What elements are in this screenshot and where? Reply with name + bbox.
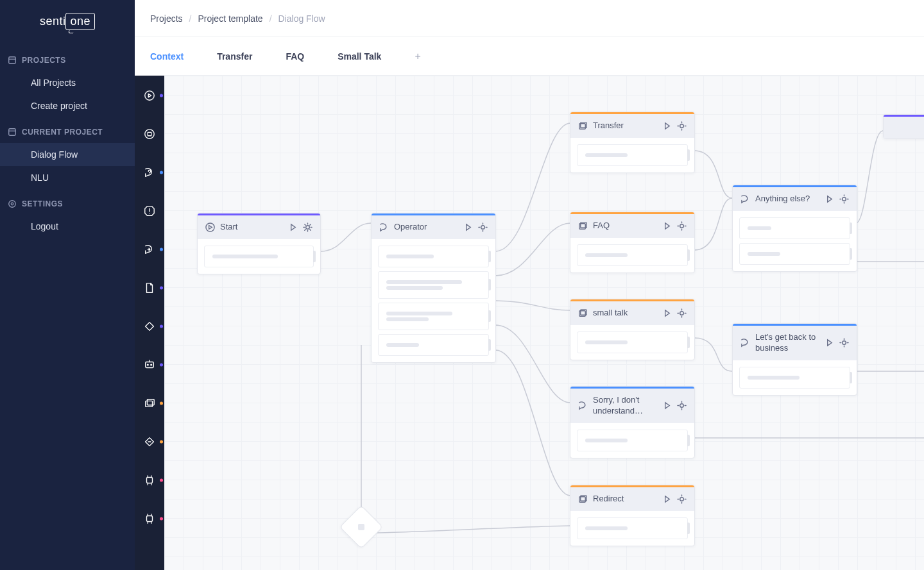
rail-tool-diamond-arrow[interactable] bbox=[142, 435, 157, 449]
node-title: Transfer bbox=[593, 121, 657, 131]
gear-icon[interactable] bbox=[839, 194, 849, 204]
svg-rect-26 bbox=[147, 516, 153, 522]
logo-prefix: senti bbox=[40, 15, 66, 28]
rail-tool-document[interactable] bbox=[142, 281, 157, 295]
logo: sentione bbox=[0, 0, 135, 46]
nav-section-header-current: CURRENT PROJECT bbox=[0, 121, 135, 143]
svg-marker-7 bbox=[148, 94, 151, 97]
svg-marker-39 bbox=[665, 123, 670, 129]
svg-point-34 bbox=[306, 226, 310, 230]
node-redirect[interactable]: Redirect bbox=[570, 485, 695, 546]
tabs-bar: Context Transfer FAQ Small Talk + bbox=[135, 37, 924, 76]
multi-icon bbox=[578, 494, 588, 504]
nav-section-header-settings: SETTINGS bbox=[0, 193, 135, 215]
svg-point-50 bbox=[680, 404, 684, 408]
node-operator[interactable]: Operator bbox=[371, 213, 496, 363]
rail-tool-redirect[interactable] bbox=[142, 242, 157, 256]
svg-marker-35 bbox=[466, 224, 471, 230]
rail-tool-question[interactable] bbox=[142, 165, 157, 180]
node-small-talk[interactable]: small talk bbox=[570, 299, 695, 360]
svg-point-6 bbox=[145, 91, 154, 100]
svg-point-58 bbox=[843, 341, 846, 345]
multi-icon bbox=[578, 121, 588, 131]
nav-section-header-projects: PROJECTS bbox=[0, 49, 135, 71]
svg-marker-55 bbox=[828, 196, 832, 202]
chat-icon bbox=[578, 401, 588, 410]
node-faq[interactable]: FAQ bbox=[570, 212, 695, 273]
sidebar-item-logout[interactable]: Logout bbox=[0, 215, 135, 238]
tab-context[interactable]: Context bbox=[150, 51, 184, 62]
tab-add-button[interactable]: + bbox=[415, 51, 420, 62]
svg-point-4 bbox=[9, 201, 16, 208]
breadcrumb-item-projects[interactable]: Projects bbox=[150, 13, 183, 24]
sidebar-item-dialog-flow[interactable]: Dialog Flow bbox=[0, 143, 135, 166]
play-icon[interactable] bbox=[825, 194, 834, 204]
svg-point-40 bbox=[680, 124, 684, 128]
breadcrumb-item-current: Dialog Flow bbox=[278, 13, 325, 24]
gear-icon[interactable] bbox=[677, 494, 687, 504]
rail-tool-stop[interactable] bbox=[142, 127, 157, 141]
gear-icon[interactable] bbox=[677, 121, 687, 131]
tab-small-talk[interactable]: Small Talk bbox=[338, 51, 381, 62]
svg-point-5 bbox=[11, 203, 13, 205]
svg-marker-43 bbox=[665, 223, 670, 229]
sidebar-item-all-projects[interactable]: All Projects bbox=[0, 71, 135, 94]
rail-tool-diamond[interactable] bbox=[142, 319, 157, 333]
projects-icon bbox=[8, 56, 17, 65]
play-icon[interactable] bbox=[825, 338, 834, 348]
play-icon[interactable] bbox=[662, 494, 672, 504]
tab-faq[interactable]: FAQ bbox=[286, 51, 304, 62]
node-anything-else[interactable]: Anything else? bbox=[732, 185, 857, 272]
canvas[interactable]: Start Operator Transfer bbox=[164, 76, 924, 570]
node-partial-right[interactable] bbox=[883, 114, 924, 139]
node-title: Start bbox=[220, 222, 283, 233]
breadcrumb-item-template[interactable]: Project template bbox=[198, 13, 262, 24]
svg-point-44 bbox=[680, 224, 684, 228]
play-icon[interactable] bbox=[662, 221, 672, 231]
gear-icon[interactable] bbox=[478, 222, 488, 232]
breadcrumb-bar: Projects / Project template / Dialog Flo… bbox=[135, 0, 924, 37]
node-title: small talk bbox=[593, 308, 657, 319]
svg-point-48 bbox=[680, 312, 684, 315]
node-transfer[interactable]: Transfer bbox=[570, 112, 695, 173]
tab-transfer[interactable]: Transfer bbox=[217, 51, 252, 62]
nav-section-label: PROJECTS bbox=[22, 56, 66, 65]
node-title: Anything else? bbox=[755, 194, 819, 205]
svg-rect-14 bbox=[146, 362, 154, 368]
rail-tool-alert[interactable] bbox=[142, 204, 157, 218]
play-icon[interactable] bbox=[463, 222, 473, 232]
rail-tool-plugin-a[interactable] bbox=[142, 473, 157, 487]
sidebar: sentione PROJECTS All Projects Create pr… bbox=[0, 0, 135, 570]
project-icon bbox=[8, 128, 17, 137]
node-start[interactable]: Start bbox=[197, 213, 321, 274]
gear-icon[interactable] bbox=[303, 222, 312, 232]
play-icon[interactable] bbox=[662, 401, 672, 410]
rail-tool-multi[interactable] bbox=[142, 396, 157, 410]
rail-tool-plugin-b[interactable] bbox=[142, 512, 157, 526]
sidebar-item-create-project[interactable]: Create project bbox=[0, 94, 135, 117]
svg-marker-32 bbox=[209, 226, 212, 230]
svg-rect-2 bbox=[9, 129, 16, 136]
node-title: FAQ bbox=[593, 221, 657, 231]
chat-icon bbox=[379, 222, 389, 232]
multi-icon bbox=[578, 308, 588, 318]
node-back-to-business[interactable]: Let's get back to business bbox=[732, 323, 857, 396]
sidebar-item-nlu[interactable]: NLU bbox=[0, 166, 135, 189]
gear-icon[interactable] bbox=[677, 308, 687, 318]
svg-point-15 bbox=[147, 364, 148, 365]
node-title: Operator bbox=[394, 222, 458, 233]
gear-icon[interactable] bbox=[677, 221, 687, 231]
svg-rect-18 bbox=[146, 401, 153, 407]
rail-tool-play[interactable] bbox=[142, 88, 157, 103]
chat-icon bbox=[740, 338, 750, 348]
breadcrumb: Projects / Project template / Dialog Flo… bbox=[150, 13, 325, 24]
rail-tool-bot[interactable] bbox=[142, 358, 157, 372]
gear-icon[interactable] bbox=[839, 338, 849, 348]
play-icon[interactable] bbox=[288, 222, 298, 232]
node-sorry[interactable]: Sorry, I don't understand… bbox=[570, 386, 695, 458]
settings-icon bbox=[8, 199, 17, 208]
gear-icon[interactable] bbox=[677, 401, 687, 410]
svg-point-16 bbox=[151, 364, 152, 365]
play-icon[interactable] bbox=[662, 121, 672, 131]
play-icon[interactable] bbox=[662, 308, 672, 318]
